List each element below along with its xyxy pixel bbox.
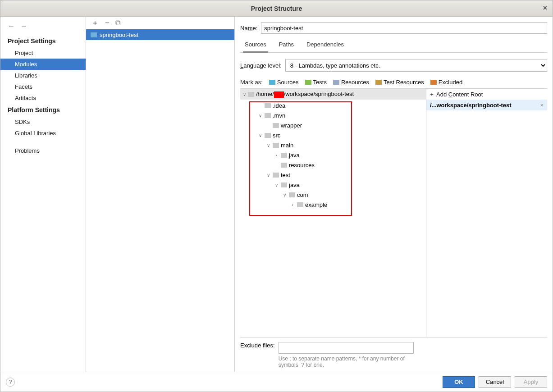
exclude-files-label: Exclude files: <box>240 342 275 349</box>
nav-back-icon[interactable]: ← <box>8 22 15 30</box>
tree-node[interactable]: ∨main <box>240 140 426 150</box>
tree-node-label: example <box>305 201 327 208</box>
tree-node-label: main <box>281 142 293 149</box>
chevron-right-icon[interactable]: › <box>290 202 295 207</box>
module-list-pane: ＋ − ⧉ springboot-test <box>86 17 235 372</box>
mark-resources[interactable]: Resources <box>333 79 369 86</box>
sidebar-item-problems[interactable]: Problems <box>0 145 86 156</box>
tree-node[interactable]: ∨com <box>240 190 426 200</box>
tab-sources[interactable]: Sources <box>243 38 268 53</box>
detail-pane: Name: Sources Paths Dependencies Languag… <box>235 17 553 372</box>
tree-node-label: test <box>281 172 290 178</box>
sidebar-item-project[interactable]: Project <box>0 47 86 59</box>
folder-icon <box>273 173 279 178</box>
mark-excluded[interactable]: Excluded <box>430 79 462 86</box>
root-path: /home//workspace/springboot-test <box>256 91 354 98</box>
folder-icon <box>297 202 303 207</box>
sidebar-item-facets[interactable]: Facets <box>0 81 86 92</box>
chevron-down-icon[interactable]: ∨ <box>265 173 271 178</box>
tree-node[interactable]: ∨test <box>240 170 426 180</box>
sources-color-icon <box>269 80 275 85</box>
language-level-select[interactable]: 8 - Lambdas, type annotations etc. <box>285 59 547 72</box>
folder-icon <box>281 153 287 158</box>
exclude-files-input[interactable] <box>279 342 414 354</box>
name-input[interactable] <box>261 22 547 34</box>
tab-paths[interactable]: Paths <box>277 38 296 52</box>
folder-icon <box>248 92 254 97</box>
test-resources-color-icon <box>375 80 382 85</box>
sidebar-item-artifacts[interactable]: Artifacts <box>0 92 86 104</box>
tree-node-label: .mvn <box>273 112 285 119</box>
tree-node-label: .idea <box>273 102 285 109</box>
folder-icon <box>289 192 295 197</box>
chevron-down-icon[interactable]: ∨ <box>265 143 271 148</box>
tree-node[interactable]: .idea <box>240 100 426 110</box>
sidebar-item-sdks[interactable]: SDKs <box>0 116 86 128</box>
module-name: springboot-test <box>100 32 138 38</box>
content-root-item[interactable]: /...workspace/springboot-test × <box>426 100 547 110</box>
exclude-hint: Use ; to separate name patterns, * for a… <box>279 356 414 368</box>
section-project-settings: Project Settings <box>0 35 86 47</box>
mark-test-resources[interactable]: Test Resources <box>375 79 424 86</box>
module-icon <box>91 32 97 37</box>
close-icon[interactable]: × <box>543 4 547 12</box>
help-icon[interactable]: ? <box>6 378 15 387</box>
mark-as-label: Mark as: <box>240 79 263 86</box>
mark-tests[interactable]: Tests <box>305 79 327 86</box>
tree-node[interactable]: ∨java <box>240 180 426 190</box>
window-title: Project Structure <box>251 5 302 12</box>
titlebar: Project Structure × <box>0 0 553 17</box>
folder-icon <box>281 163 287 168</box>
language-level-label: Language level: <box>240 62 282 69</box>
tree-node[interactable]: ∨.mvn <box>240 110 426 120</box>
module-list-item[interactable]: springboot-test <box>86 29 234 40</box>
content-root-path: /...workspace/springboot-test <box>430 102 512 109</box>
tree-node[interactable]: wrapper <box>240 120 426 130</box>
chevron-down-icon: ∨ <box>243 92 246 97</box>
tests-color-icon <box>305 80 311 85</box>
tree-node-label: java <box>289 152 300 159</box>
tree-node[interactable]: ›java <box>240 150 426 160</box>
cancel-button[interactable]: Cancel <box>479 376 511 388</box>
tree-node[interactable]: ∨src <box>240 130 426 140</box>
add-content-root-button[interactable]: ＋ Add Content Root <box>426 89 547 100</box>
tree-node[interactable]: ›example <box>240 200 426 210</box>
tree-node-label: resources <box>289 162 315 169</box>
chevron-down-icon[interactable]: ∨ <box>274 182 279 187</box>
folder-icon <box>265 133 271 138</box>
add-module-icon[interactable]: ＋ <box>91 18 99 28</box>
tab-dependencies[interactable]: Dependencies <box>305 38 346 52</box>
chevron-down-icon[interactable]: ∨ <box>257 133 263 138</box>
chevron-right-icon[interactable]: › <box>274 153 279 158</box>
apply-button[interactable]: Apply <box>515 376 547 388</box>
plus-icon: ＋ <box>429 91 434 98</box>
tree-node[interactable]: resources <box>240 160 426 170</box>
tree-node-label: src <box>273 132 280 139</box>
name-label: Name: <box>240 25 257 32</box>
remove-content-root-icon[interactable]: × <box>540 102 544 109</box>
nav-forward-icon[interactable]: → <box>20 22 27 30</box>
sidebar-item-global-libraries[interactable]: Global Libraries <box>0 128 86 139</box>
folder-icon <box>265 113 271 118</box>
left-sidebar: ← → Project Settings Project Modules Lib… <box>0 17 86 372</box>
chevron-down-icon[interactable]: ∨ <box>282 192 287 197</box>
folder-icon <box>273 123 279 128</box>
sidebar-item-libraries[interactable]: Libraries <box>0 70 86 81</box>
redacted-segment <box>274 91 284 98</box>
tree-node-label: wrapper <box>281 122 302 129</box>
content-root-row[interactable]: ∨ /home//workspace/springboot-test <box>240 89 426 100</box>
excluded-color-icon <box>430 80 437 85</box>
mark-sources[interactable]: Sources <box>269 79 299 86</box>
folder-tree[interactable]: .idea∨.mvnwrapper∨src∨main›javaresources… <box>240 100 426 210</box>
sidebar-item-modules[interactable]: Modules <box>0 59 86 70</box>
folder-icon <box>273 143 279 148</box>
ok-button[interactable]: OK <box>443 376 475 388</box>
section-platform-settings: Platform Settings <box>0 104 86 116</box>
tree-node-label: java <box>289 182 300 188</box>
tree-node-label: com <box>297 191 308 198</box>
remove-module-icon[interactable]: − <box>105 19 109 27</box>
folder-icon <box>265 103 271 108</box>
folder-icon <box>281 182 287 187</box>
chevron-down-icon[interactable]: ∨ <box>257 113 263 118</box>
copy-module-icon[interactable]: ⧉ <box>115 19 120 27</box>
